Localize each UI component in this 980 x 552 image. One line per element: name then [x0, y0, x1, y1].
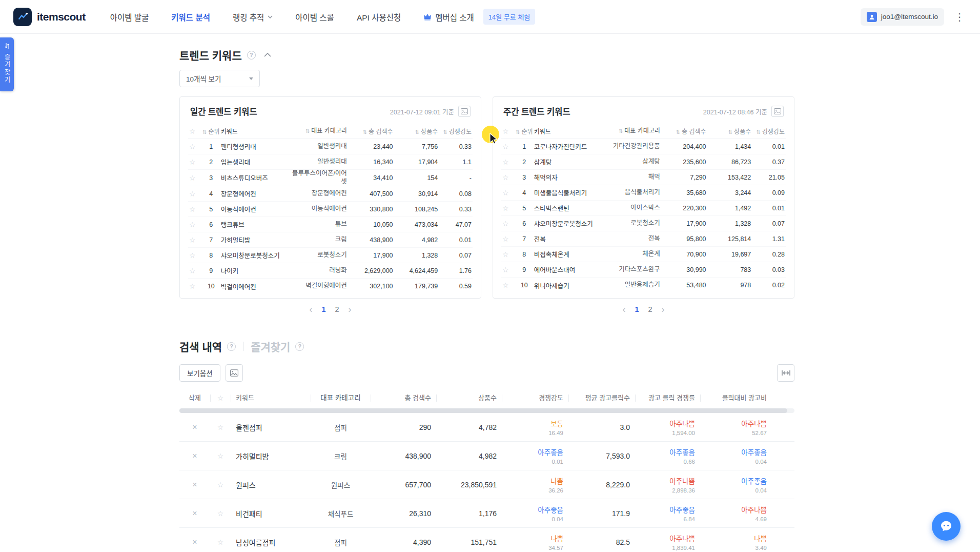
favorite-star-icon[interactable]: ☆ [502, 220, 509, 228]
keyword-link[interactable]: 탱크튜브 [221, 220, 290, 229]
save-image-button[interactable] [226, 364, 243, 382]
sort-icon[interactable]: ⇅ [415, 129, 419, 135]
keyword-link[interactable]: 벽걸이에어컨 [221, 282, 290, 291]
delete-row-icon[interactable]: × [192, 451, 197, 460]
delete-row-icon[interactable]: × [192, 509, 197, 518]
keyword-link[interactable]: 팬티형생리대 [221, 142, 290, 151]
favorite-star-icon[interactable]: ☆ [217, 538, 224, 546]
page-1[interactable]: 1 [635, 305, 639, 313]
chat-widget-button[interactable] [932, 512, 961, 541]
favorite-star-icon[interactable]: ☆ [217, 481, 224, 489]
column-products[interactable]: 상품수 [436, 393, 502, 403]
more-menu-icon[interactable]: ⋮ [952, 11, 967, 23]
sort-icon[interactable]: ⇅ [756, 129, 760, 135]
favorite-star-icon[interactable]: ☆ [189, 282, 196, 290]
keyword-link[interactable]: 에어바운스대여 [534, 265, 603, 274]
favorite-star-icon[interactable]: ☆ [189, 221, 196, 229]
favorites-side-tab[interactable]: 즐겨찾기 [0, 37, 14, 91]
itemscout-logo[interactable]: itemscout [13, 8, 86, 26]
sort-icon[interactable]: ⇅ [619, 128, 623, 134]
favorite-star-icon[interactable]: ☆ [189, 190, 196, 198]
favorite-star-icon[interactable]: ☆ [189, 267, 196, 275]
keyword-link[interactable]: 비접촉체온계 [534, 249, 603, 259]
free-trial-badge[interactable]: 14일 무료 체험 [483, 9, 535, 25]
keyword-link[interactable]: 샤오미창문로봇청소기 [221, 250, 290, 260]
sort-icon[interactable]: ⇅ [728, 129, 732, 135]
column-keyword[interactable]: 키워드 [231, 393, 311, 403]
nav-keyword-analysis[interactable]: 키워드 분석 [171, 11, 210, 23]
keyword-link[interactable]: 가히멀티밤 [231, 451, 311, 461]
sort-icon[interactable]: ⇅ [676, 129, 680, 135]
favorite-star-icon[interactable]: ☆ [189, 174, 196, 182]
favorite-star-icon[interactable]: ☆ [217, 509, 224, 518]
view-options-button[interactable]: 보기옵션 [179, 364, 220, 382]
sort-icon[interactable]: ⇅ [202, 129, 207, 135]
favorite-star-icon[interactable]: ☆ [502, 250, 509, 259]
favorite-star-icon[interactable]: ☆ [189, 236, 196, 244]
keyword-link[interactable]: 미생물음식물처리기 [534, 188, 603, 198]
keyword-link[interactable]: 해먹의자 [534, 172, 603, 182]
help-icon[interactable]: ? [227, 342, 236, 351]
page-2[interactable]: 2 [648, 305, 652, 313]
favorite-star-icon[interactable]: ☆ [189, 158, 196, 166]
keyword-link[interactable]: 코로나자가진단키트 [534, 142, 603, 151]
favorite-star-icon[interactable]: ☆ [189, 205, 196, 213]
favorites-tab-title[interactable]: 즐겨찾기 [251, 339, 290, 354]
delete-row-icon[interactable]: × [192, 480, 197, 489]
nav-ranking-tracker[interactable]: 랭킹 추적 [233, 11, 273, 23]
keyword-link[interactable]: 스타벅스랜턴 [534, 203, 603, 213]
nav-api-request[interactable]: API 사용신청 [357, 11, 401, 23]
keyword-link[interactable]: 올젠점퍼 [231, 422, 311, 432]
keyword-link[interactable]: 가히멀티밤 [221, 235, 290, 245]
nav-item-discovery[interactable]: 아이템 발굴 [110, 11, 149, 23]
favorite-star-icon[interactable]: ☆ [502, 281, 509, 289]
expand-table-button[interactable] [777, 364, 794, 382]
keyword-link[interactable]: 입는생리대 [221, 157, 290, 167]
favorite-star-icon[interactable]: ☆ [217, 452, 224, 460]
page-1[interactable]: 1 [321, 305, 325, 313]
favorite-star-icon[interactable]: ☆ [502, 235, 509, 243]
keyword-link[interactable]: 원피스 [231, 480, 311, 490]
favorite-star-icon[interactable]: ☆ [502, 266, 509, 274]
sort-icon[interactable]: ⇅ [363, 129, 367, 135]
page-size-select[interactable]: 10개씩 보기 [179, 70, 260, 87]
account-chip[interactable]: joo1@itemscout.io [861, 8, 944, 26]
keyword-link[interactable]: 창문형에어컨 [221, 189, 290, 199]
save-image-button[interactable] [458, 106, 471, 117]
column-avg-ad-clicks[interactable]: 평균 광고클릭수 [568, 393, 635, 403]
next-page-icon[interactable]: › [662, 305, 665, 314]
next-page-icon[interactable]: › [349, 305, 352, 314]
favorite-star-icon[interactable]: ☆ [217, 423, 224, 431]
favorite-star-icon[interactable]: ☆ [502, 143, 509, 151]
keyword-link[interactable]: 비츠스튜디오버즈 [221, 173, 290, 183]
sort-icon[interactable]: ⇅ [305, 128, 310, 134]
column-cost-per-click-ratio[interactable]: 클릭대비 광고비 [700, 393, 794, 403]
horizontal-scrollbar-thumb[interactable] [179, 408, 787, 413]
save-image-button[interactable] [771, 106, 784, 117]
column-ad-click-ratio[interactable]: 광고 클릭 경쟁률 [635, 393, 700, 403]
column-category[interactable]: 대표 카테고리 [311, 393, 371, 403]
column-search[interactable]: 총 검색수 [371, 393, 436, 403]
help-icon[interactable]: ? [295, 342, 304, 351]
prev-page-icon[interactable]: ‹ [309, 305, 312, 314]
favorite-star-icon[interactable]: ☆ [502, 158, 509, 166]
nav-item-school[interactable]: 아이템 스콜 [295, 11, 334, 23]
page-2[interactable]: 2 [335, 305, 339, 313]
sort-icon[interactable]: ⇅ [516, 129, 520, 135]
collapse-section-button[interactable] [264, 53, 271, 57]
keyword-link[interactable]: 나이키 [221, 266, 290, 275]
nav-membership[interactable]: 멤버십 소개 [423, 11, 474, 23]
help-icon[interactable]: ? [247, 51, 256, 60]
keyword-link[interactable]: 전복 [534, 234, 603, 244]
keyword-link[interactable]: 비건패티 [231, 508, 311, 519]
favorite-star-icon[interactable]: ☆ [189, 143, 196, 151]
delete-row-icon[interactable]: × [192, 538, 197, 546]
favorite-star-icon[interactable]: ☆ [502, 204, 509, 212]
favorite-star-icon[interactable]: ☆ [502, 173, 509, 182]
favorite-star-icon[interactable]: ☆ [502, 189, 509, 197]
sort-icon[interactable]: ⇅ [443, 129, 447, 135]
column-competition[interactable]: 경쟁강도 [502, 393, 568, 403]
keyword-link[interactable]: 위니아제습기 [534, 281, 603, 290]
favorite-star-icon[interactable]: ☆ [189, 251, 196, 260]
keyword-link[interactable]: 남성여름점퍼 [231, 537, 311, 547]
